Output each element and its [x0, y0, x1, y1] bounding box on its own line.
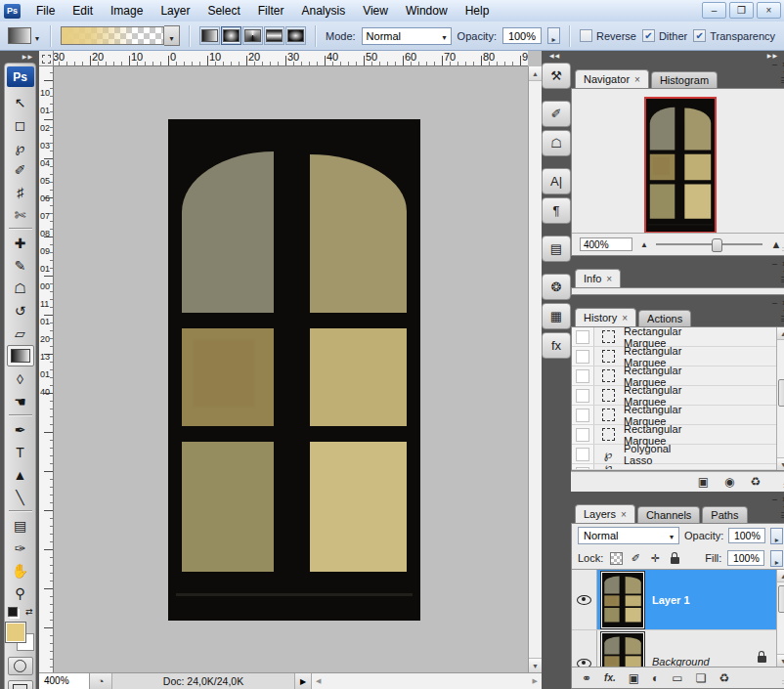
tool-presets-icon[interactable]: ⚒	[542, 63, 571, 89]
menu-item[interactable]: Filter	[249, 4, 293, 18]
zoom-out-icon[interactable]: ▲	[640, 240, 648, 249]
layer-fill-input[interactable]: 100%	[727, 550, 764, 566]
canvas-horizontal-scrollbar[interactable]	[312, 673, 542, 689]
menu-item[interactable]: Image	[102, 4, 152, 18]
layer-style-icon[interactable]: fx.	[604, 672, 616, 683]
history-brush-tool[interactable]: ↺	[7, 299, 34, 322]
history-state-row[interactable]: Rectangular Marquee	[572, 327, 776, 347]
hand-tool[interactable]: ✋	[7, 559, 34, 581]
panel-minimize-icon[interactable]: –	[772, 495, 777, 504]
new-layer-icon[interactable]: ❏	[696, 671, 707, 685]
navigator-zoom-slider[interactable]	[656, 243, 763, 245]
diamond-gradient-button[interactable]	[285, 26, 306, 45]
panel-minimize-icon[interactable]: –	[772, 299, 777, 308]
notes-tool[interactable]: ▤	[7, 514, 34, 537]
layer-blend-mode-select[interactable]: Normal	[578, 527, 679, 544]
history-state-row[interactable]: Rectangular Marquee	[572, 366, 776, 386]
tab-histogram[interactable]: Histogram	[651, 71, 718, 88]
layer1-thumbnail[interactable]	[601, 572, 644, 628]
timing-icon[interactable]: ◔	[90, 673, 112, 689]
slider-thumb[interactable]	[712, 238, 722, 252]
delete-state-icon[interactable]: ♻	[751, 475, 762, 489]
brushes-icon[interactable]: ✐	[542, 101, 571, 127]
panel-menu-icon[interactable]: ▾☰	[780, 504, 784, 520]
background-thumbnail[interactable]	[601, 632, 644, 667]
healing-brush-tool[interactable]: ✚	[7, 232, 34, 254]
lasso-tool[interactable]: ℘	[7, 136, 34, 158]
layer-visibility-toggle[interactable]	[572, 630, 597, 667]
blend-mode-select[interactable]: Normal	[362, 27, 452, 45]
tab-paths[interactable]: Paths	[702, 506, 747, 523]
menu-item[interactable]: Analysis	[292, 4, 354, 18]
dither-checkbox[interactable]: ✔	[642, 29, 655, 42]
history-state-row[interactable]: Rectangular Marquee	[572, 386, 776, 406]
restore-button[interactable]: ❐	[729, 2, 754, 19]
layer-opacity-input[interactable]: 100%	[728, 528, 765, 543]
history-state-row[interactable]: Rectangular Marquee	[572, 406, 776, 425]
scroll-down-arrow[interactable]	[777, 457, 784, 470]
tab-channels[interactable]: Channels	[637, 506, 700, 523]
tab-close-icon[interactable]	[634, 73, 640, 85]
clone-source-icon[interactable]: ☖	[542, 130, 571, 156]
history-source-checkbox[interactable]	[572, 425, 594, 444]
add-layer-mask-icon[interactable]: ▣	[629, 671, 639, 685]
new-group-icon[interactable]: ▭	[672, 671, 682, 685]
scrollbar-thumb[interactable]	[778, 585, 784, 613]
menu-item[interactable]: Layer	[152, 4, 198, 18]
layer-row-layer1[interactable]: Layer 1	[572, 570, 776, 630]
zoom-tool[interactable]: ⚲	[7, 581, 34, 604]
menu-item[interactable]: View	[354, 4, 397, 18]
lock-pixels-icon[interactable]	[629, 551, 642, 565]
gradient-preview-swatch[interactable]	[61, 26, 164, 45]
layer-row-background[interactable]: Background	[572, 630, 776, 667]
opacity-slider-arrow[interactable]	[547, 27, 560, 44]
new-document-from-state-icon[interactable]: ▣	[698, 475, 709, 489]
angle-gradient-button[interactable]	[242, 26, 263, 45]
path-selection-tool[interactable]: ▲	[7, 463, 34, 486]
gradient-tool[interactable]	[7, 345, 34, 366]
quick-selection-tool[interactable]: ✐	[7, 158, 34, 181]
collapse-dock-arrows[interactable]: ◀◀	[549, 52, 560, 59]
navigator-zoom-input[interactable]: 400%	[580, 237, 632, 251]
brush-tool[interactable]: ✎	[7, 254, 34, 277]
layer-name[interactable]: Background	[652, 656, 710, 667]
canvas-image[interactable]	[168, 119, 420, 621]
default-colors-icon[interactable]	[8, 607, 18, 617]
scroll-down-arrow[interactable]	[529, 658, 542, 672]
eraser-tool[interactable]: ▱	[7, 322, 34, 344]
swatches-icon[interactable]: ▦	[542, 303, 571, 329]
opacity-input[interactable]: 100%	[502, 27, 542, 44]
document-size-info[interactable]: Doc: 24,0K/24,0K	[112, 673, 295, 689]
panel-minimize-icon[interactable]: –	[772, 260, 777, 269]
history-source-checkbox[interactable]	[572, 406, 594, 424]
ruler-origin-corner[interactable]	[39, 51, 54, 66]
history-source-checkbox[interactable]	[572, 327, 594, 346]
menu-item[interactable]: Window	[397, 4, 457, 18]
quick-mask-button[interactable]	[8, 657, 33, 675]
dodge-tool[interactable]: ☚	[7, 390, 34, 412]
panel-menu-icon[interactable]: ▾☰	[780, 269, 784, 284]
link-layers-icon[interactable]: ⚭	[582, 671, 591, 685]
scroll-up-arrow[interactable]	[529, 66, 542, 81]
tool-preset-picker[interactable]	[6, 26, 41, 46]
photoshop-logo-button[interactable]: Ps	[7, 66, 34, 87]
adjustment-layer-icon[interactable]: ◐	[652, 671, 659, 685]
tab-close-icon[interactable]	[621, 508, 627, 520]
gradient-picker-arrow[interactable]	[164, 25, 180, 46]
fill-slider-arrow[interactable]	[770, 550, 783, 567]
pen-tool[interactable]: ✒	[7, 418, 34, 441]
history-state-row[interactable]: Rectangular Marquee	[572, 425, 776, 445]
history-source-checkbox[interactable]	[572, 347, 594, 366]
layer-comps-icon[interactable]: ▤	[542, 236, 571, 262]
line-tool[interactable]: ╲	[7, 486, 34, 508]
zoom-in-icon[interactable]: ▲	[770, 238, 781, 250]
menu-item[interactable]: Edit	[64, 4, 102, 18]
menu-item[interactable]: Help	[457, 4, 499, 18]
menu-item[interactable]: File	[27, 4, 64, 18]
character-icon[interactable]: A|	[542, 168, 571, 194]
tab-info[interactable]: Info	[575, 269, 621, 287]
history-state-row[interactable]: Rectangular Marquee	[572, 347, 776, 366]
status-menu-arrow[interactable]	[295, 673, 312, 689]
history-source-checkbox[interactable]	[572, 445, 594, 463]
scroll-up-arrow[interactable]	[777, 570, 784, 582]
